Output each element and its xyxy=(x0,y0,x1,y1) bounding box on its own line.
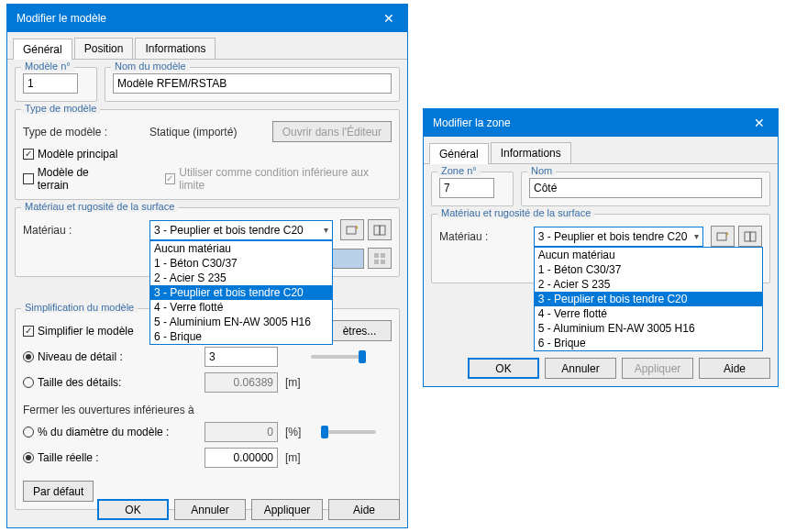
cancel-button[interactable]: Annuler xyxy=(174,499,246,520)
checkbox-label: Simplifier le modèle xyxy=(38,325,134,338)
material-option[interactable]: 6 - Brique xyxy=(535,336,762,350)
radio-icon xyxy=(23,452,34,463)
pct-slider[interactable] xyxy=(321,430,376,434)
group-model-name-title: Nom du modèle xyxy=(111,61,190,72)
group-simplify-title: Simplification du modèle xyxy=(21,302,138,313)
principal-model-checkbox[interactable]: Modèle principal xyxy=(23,148,117,161)
material-option[interactable]: 5 - Aluminium EN-AW 3005 H16 xyxy=(535,321,762,336)
ok-button[interactable]: OK xyxy=(97,499,169,520)
svg-rect-2 xyxy=(380,226,385,235)
svg-rect-5 xyxy=(374,260,379,264)
tabs: Général Position Informations xyxy=(7,32,407,60)
material-label: Matériau : xyxy=(439,230,526,243)
material-dropdown-list: Aucun matériau 1 - Béton C30/37 2 - Acie… xyxy=(534,247,763,351)
dialog-footer: OK Annuler Appliquer Aide xyxy=(15,499,400,520)
unit-label: [m] xyxy=(285,376,301,389)
group-zone-no-title: Zone n° xyxy=(437,165,481,176)
detail-level-input[interactable] xyxy=(205,347,278,367)
zone-number-input[interactable] xyxy=(439,178,494,198)
tab-general[interactable]: Général xyxy=(13,39,72,60)
svg-rect-9 xyxy=(750,232,756,241)
svg-rect-0 xyxy=(347,227,356,234)
radio-icon xyxy=(23,377,34,388)
apply-button[interactable]: Appliquer xyxy=(622,358,693,379)
svg-rect-8 xyxy=(745,232,750,241)
checkbox-label: Modèle principal xyxy=(38,148,117,161)
detail-size-radio[interactable]: Taille des détails: xyxy=(23,376,197,389)
chevron-down-icon: ▾ xyxy=(324,225,328,235)
tab-general[interactable]: Général xyxy=(429,143,489,164)
material-option[interactable]: Aucun matériau xyxy=(535,248,762,262)
detail-size-input xyxy=(205,372,278,393)
zone-name-input[interactable] xyxy=(529,178,762,198)
checkbox-icon xyxy=(23,149,34,160)
material-option[interactable]: 1 - Béton C30/37 xyxy=(150,256,332,271)
material-library-icon[interactable] xyxy=(738,226,762,247)
radio-label: Taille des détails: xyxy=(38,376,121,389)
group-material-title: Matériau et rugosité de la surface xyxy=(21,201,178,212)
slider-thumb[interactable] xyxy=(359,350,366,363)
svg-rect-7 xyxy=(717,233,726,240)
material-library-icon[interactable] xyxy=(368,219,392,240)
material-option[interactable]: 4 - Verre flotté xyxy=(150,300,332,315)
material-option[interactable]: 4 - Verre flotté xyxy=(535,306,762,321)
material-dropdown[interactable]: 3 - Peuplier et bois tendre C20 ▾ Aucun … xyxy=(149,220,333,240)
color-swatch[interactable] xyxy=(327,249,364,269)
group-zone-name-title: Nom xyxy=(527,165,556,176)
group-material-title: Matériau et rugosité de la surface xyxy=(437,207,594,218)
open-editor-button[interactable]: Ouvrir dans l'Éditeur xyxy=(272,121,392,142)
radio-icon xyxy=(23,427,34,438)
material-new-icon[interactable] xyxy=(711,226,735,247)
close-icon[interactable]: ✕ xyxy=(378,11,400,26)
tab-informations[interactable]: Informations xyxy=(135,38,216,59)
pct-model-radio[interactable]: % du diamètre du modèle : xyxy=(23,426,197,438)
svg-rect-4 xyxy=(381,253,385,258)
use-condition-checkbox: Utiliser comme condition inférieure aux … xyxy=(165,166,392,192)
material-option[interactable]: 3 - Peuplier et bois tendre C20 xyxy=(535,292,762,306)
real-size-radio[interactable]: Taille réelle : xyxy=(23,451,197,464)
pct-input xyxy=(205,422,278,442)
dialog-body: Zone n° Nom Matériau et rugosité de la s… xyxy=(424,164,778,298)
model-name-input[interactable] xyxy=(113,73,392,94)
material-label: Matériau : xyxy=(23,224,142,237)
title-text: Modifier la zone xyxy=(433,116,511,129)
help-button[interactable]: Aide xyxy=(699,358,770,379)
detail-slider[interactable] xyxy=(311,355,366,359)
chevron-down-icon: ▾ xyxy=(694,231,699,241)
material-option[interactable]: 2 - Acier S 235 xyxy=(150,271,332,285)
grid-icon xyxy=(368,248,392,269)
real-size-input[interactable] xyxy=(205,448,278,468)
material-option[interactable]: 3 - Peuplier et bois tendre C20 xyxy=(150,285,332,300)
titlebar[interactable]: Modifier la zone ✕ xyxy=(424,109,778,137)
help-button[interactable]: Aide xyxy=(328,499,400,520)
simplify-checkbox[interactable]: Simplifier le modèle xyxy=(23,325,134,338)
material-option[interactable]: 2 - Acier S 235 xyxy=(535,277,762,292)
slider-thumb[interactable] xyxy=(321,426,328,438)
unit-label: [%] xyxy=(285,426,301,438)
ok-button[interactable]: OK xyxy=(468,358,539,379)
cancel-button[interactable]: Annuler xyxy=(545,358,616,379)
material-option[interactable]: Aucun matériau xyxy=(150,241,332,256)
titlebar[interactable]: Modifier le modèle ✕ xyxy=(7,5,407,32)
material-dropdown[interactable]: 3 - Peuplier et bois tendre C20 ▾ Aucun … xyxy=(534,227,703,247)
close-icon[interactable]: ✕ xyxy=(748,116,770,130)
close-openings-label: Fermer les ouvertures inférieures à xyxy=(23,404,194,416)
model-number-input[interactable] xyxy=(23,73,78,94)
checkbox-label: Modèle de terrain xyxy=(38,166,121,192)
material-option[interactable]: 1 - Béton C30/37 xyxy=(535,262,762,277)
checkbox-icon xyxy=(23,326,34,337)
material-option[interactable]: 5 - Aluminium EN-AW 3005 H16 xyxy=(150,315,332,329)
tab-informations[interactable]: Informations xyxy=(491,142,571,163)
radio-icon xyxy=(23,351,34,362)
tabs: Général Informations xyxy=(424,137,778,164)
material-selected: 3 - Peuplier et bois tendre C20 xyxy=(538,230,688,243)
material-new-icon[interactable] xyxy=(340,219,364,240)
material-option[interactable]: 6 - Brique xyxy=(150,329,332,344)
radio-label: % du diamètre du modèle : xyxy=(38,426,169,438)
apply-button[interactable]: Appliquer xyxy=(251,499,323,520)
tab-position[interactable]: Position xyxy=(74,38,134,59)
terrain-model-checkbox[interactable]: Modèle de terrain xyxy=(23,166,121,192)
parameters-button[interactable]: ètres... xyxy=(327,320,392,341)
svg-rect-6 xyxy=(381,260,385,264)
detail-level-radio[interactable]: Niveau de détail : xyxy=(23,350,197,363)
